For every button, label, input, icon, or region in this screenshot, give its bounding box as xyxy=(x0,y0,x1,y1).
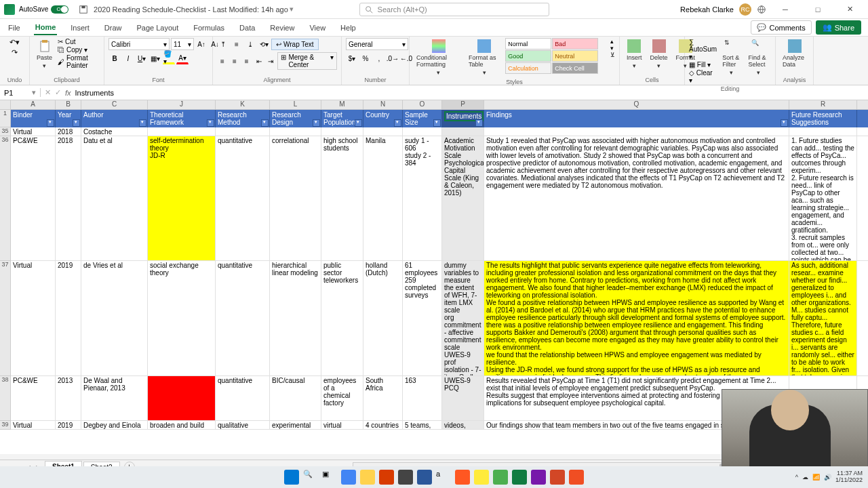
tray-cloud-icon[interactable]: ☁ xyxy=(802,474,808,481)
taskbar-search-icon[interactable]: 🔍 xyxy=(303,470,318,485)
filter-icon[interactable] xyxy=(261,119,269,127)
comma-button[interactable]: , xyxy=(373,52,385,64)
header-future[interactable]: Future Research Suggestions xyxy=(789,110,857,127)
align-middle-button[interactable]: ≡ xyxy=(231,38,243,50)
task-view-icon[interactable]: ▣ xyxy=(322,470,337,485)
col-header[interactable]: O xyxy=(403,100,442,109)
row-header[interactable]: 39 xyxy=(0,421,11,430)
accept-formula-icon[interactable]: ✓ xyxy=(55,88,61,97)
comments-button[interactable]: 💬 Comments xyxy=(751,20,811,35)
tab-file[interactable]: File xyxy=(7,21,22,35)
tab-formulas[interactable]: Formulas xyxy=(192,21,226,35)
cell[interactable] xyxy=(148,376,216,420)
onenote-icon[interactable] xyxy=(531,470,546,485)
cell[interactable]: 2018 xyxy=(56,136,81,260)
app-icon[interactable] xyxy=(455,470,470,485)
system-clock[interactable]: 11:37 AM1/11/2022 xyxy=(835,470,863,484)
header-binder[interactable]: Binder xyxy=(11,110,56,127)
header-population[interactable]: Target Population xyxy=(321,110,363,127)
format-as-table-button[interactable]: Format as Table▾ xyxy=(466,38,502,77)
cell[interactable]: Virtual xyxy=(11,421,56,429)
bold-button[interactable]: B xyxy=(108,52,121,64)
cell[interactable]: holland (Dutch) xyxy=(363,261,403,375)
search-input[interactable]: Search (Alt+Q) xyxy=(359,3,549,16)
word-icon[interactable] xyxy=(417,470,432,485)
header-year[interactable]: Year xyxy=(56,110,81,127)
analyze-data-button[interactable]: Analyze Data xyxy=(780,38,809,69)
minimize-button[interactable]: ─ xyxy=(772,0,799,19)
filter-icon[interactable] xyxy=(47,119,54,127)
row-header[interactable]: 37 xyxy=(0,261,11,376)
cell[interactable]: dummy variables to measure the extent of… xyxy=(442,261,484,375)
align-center-button[interactable]: ≡ xyxy=(229,55,240,67)
header-findings[interactable]: Findings xyxy=(484,110,789,127)
cell[interactable]: broaden and build xyxy=(148,421,216,429)
app-icon[interactable] xyxy=(474,470,489,485)
cell[interactable]: Datu et al xyxy=(81,136,148,260)
col-header[interactable]: Q xyxy=(484,100,789,109)
autosum-button[interactable]: ∑ AutoSum ▾ xyxy=(689,38,717,60)
filter-icon[interactable] xyxy=(355,119,362,127)
cell[interactable] xyxy=(270,127,321,136)
name-box[interactable]: P1▾ xyxy=(0,88,41,97)
cell[interactable] xyxy=(148,127,216,136)
tray-wifi-icon[interactable]: 📶 xyxy=(812,474,820,481)
col-header[interactable]: J xyxy=(148,100,216,109)
table-row[interactable]: Virtual2019de Vries et alsocial exchange… xyxy=(11,261,868,376)
col-header[interactable]: C xyxy=(81,100,148,109)
filter-icon[interactable] xyxy=(73,119,80,127)
app-icon[interactable] xyxy=(493,470,508,485)
cell[interactable]: South Africa xyxy=(363,376,403,420)
cell[interactable]: high school students xyxy=(321,136,363,260)
header-sample[interactable]: Sample Size xyxy=(403,110,442,127)
col-header[interactable]: N xyxy=(363,100,403,109)
cell[interactable]: Costache xyxy=(81,127,148,136)
header-author[interactable]: Author xyxy=(81,110,148,127)
style-neutral[interactable]: Neutral xyxy=(552,50,598,62)
style-calculation[interactable]: Calculation xyxy=(505,62,551,74)
cell[interactable] xyxy=(363,127,403,136)
filter-icon[interactable] xyxy=(433,119,441,127)
row-header[interactable]: 38 xyxy=(0,376,11,421)
table-row[interactable]: PC&WE2018Datu et alself-determination th… xyxy=(11,136,868,261)
cell[interactable] xyxy=(442,127,484,136)
cell[interactable]: 163 xyxy=(403,376,442,420)
cell[interactable] xyxy=(321,127,363,136)
style-bad[interactable]: Bad xyxy=(552,38,598,49)
conditional-formatting-button[interactable]: Conditional Formatting▾ xyxy=(414,38,463,77)
cell[interactable]: 1. Future studies can add... testing the… xyxy=(789,136,857,260)
font-color-button[interactable]: A▾ xyxy=(176,52,189,64)
underline-button[interactable]: U▾ xyxy=(136,52,148,64)
row-header[interactable]: 35 xyxy=(0,127,11,136)
file-explorer-icon[interactable] xyxy=(360,470,375,485)
app-icon[interactable] xyxy=(569,470,584,485)
cell[interactable]: De Waal and Pienaar, 2013 xyxy=(81,376,148,420)
close-button[interactable]: ✕ xyxy=(837,0,864,19)
filter-icon[interactable] xyxy=(139,119,146,127)
cell[interactable]: Study 1 revealed that PsyCap was associa… xyxy=(484,136,789,260)
cell[interactable]: Virtual xyxy=(11,261,56,375)
inc-decimal-button[interactable]: .0→ xyxy=(387,52,399,64)
cell[interactable]: qualitative xyxy=(216,421,270,429)
filter-icon[interactable] xyxy=(475,119,483,127)
find-select-button[interactable]: 🔍Find & Select▾ xyxy=(745,38,771,77)
border-button[interactable]: ▦▾ xyxy=(149,52,161,64)
style-normal[interactable]: Normal xyxy=(505,38,551,49)
cell[interactable]: correlational xyxy=(270,136,321,260)
cell[interactable] xyxy=(216,127,270,136)
save-icon[interactable] xyxy=(79,5,88,14)
cell[interactable]: employees of a chemical factory xyxy=(321,376,363,420)
tab-review[interactable]: Review xyxy=(269,21,296,35)
user-avatar[interactable]: RC xyxy=(739,3,751,16)
cell[interactable]: hierarchical linear modeling xyxy=(270,261,321,375)
col-header[interactable]: M xyxy=(321,100,363,109)
cell[interactable]: UWES-9 PCQ xyxy=(442,376,484,420)
italic-button[interactable]: I xyxy=(122,52,134,64)
start-button[interactable] xyxy=(284,470,299,485)
copy-button[interactable]: ⿻ Copy ▾ xyxy=(58,46,100,54)
merge-center-button[interactable]: ⊞ Merge & Center ▾ xyxy=(277,52,337,70)
col-header[interactable]: B xyxy=(56,100,81,109)
orientation-button[interactable]: ⟲▾ xyxy=(258,38,270,50)
filter-icon[interactable] xyxy=(394,119,401,127)
select-all-corner[interactable] xyxy=(0,100,11,109)
